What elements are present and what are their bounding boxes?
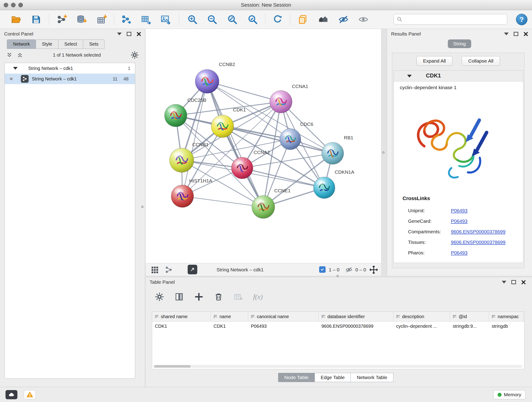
network-node-cdk1[interactable] bbox=[211, 115, 234, 138]
table-row[interactable]: CDK1CDK1P064939606.ENSP00000378699cyclin… bbox=[152, 322, 524, 331]
show-columns-icon[interactable] bbox=[174, 292, 184, 302]
table-horizontal-scrollbar[interactable] bbox=[153, 365, 522, 368]
network-share-button[interactable] bbox=[165, 266, 173, 275]
tab-sets[interactable]: Sets bbox=[83, 39, 104, 49]
panel-close-icon[interactable] bbox=[136, 32, 141, 36]
crosslink-link[interactable]: P06493 bbox=[451, 250, 467, 255]
refresh-view-button[interactable] bbox=[271, 13, 284, 26]
zoom-fit-button[interactable] bbox=[226, 13, 239, 26]
export-table-button[interactable] bbox=[139, 13, 152, 26]
help-button[interactable]: ? bbox=[516, 14, 527, 25]
network-view-canvas[interactable]: CCNB2CCNA1CDC25BCDK1CDC6RB1CCNB1CCNA2CDK… bbox=[146, 29, 381, 263]
column-header-@id[interactable]: @id bbox=[450, 312, 489, 321]
zoom-out-button[interactable] bbox=[206, 13, 219, 26]
memory-button[interactable]: Memory bbox=[493, 390, 526, 399]
export-network-button[interactable] bbox=[120, 13, 133, 26]
warnings-button[interactable] bbox=[24, 390, 36, 399]
panel-close-icon[interactable] bbox=[521, 280, 526, 284]
vertical-splitter-handle[interactable] bbox=[141, 206, 144, 208]
panel-float-icon[interactable] bbox=[127, 32, 131, 36]
scrollbar-thumb[interactable] bbox=[154, 365, 191, 368]
tab-select[interactable]: Select bbox=[58, 39, 83, 49]
network-node-ccne1[interactable] bbox=[252, 196, 275, 218]
expand-all-icon[interactable] bbox=[6, 51, 13, 58]
network-node-ccna2[interactable] bbox=[231, 157, 253, 179]
results-panel-title: Results Panel bbox=[391, 31, 421, 37]
column-header-name[interactable]: name bbox=[211, 312, 248, 321]
add-column-icon[interactable] bbox=[194, 292, 204, 302]
tab-network[interactable]: Network bbox=[7, 39, 36, 49]
birds-eye-view-button[interactable] bbox=[151, 266, 159, 275]
network-edge[interactable] bbox=[207, 81, 263, 207]
table-cell[interactable]: cyclin–dependent ... bbox=[393, 322, 450, 331]
crosslink-link[interactable]: P06493 bbox=[451, 218, 467, 224]
tab-node-table[interactable]: Node Table bbox=[278, 373, 315, 382]
zoom-selected-button[interactable] bbox=[246, 13, 259, 26]
column-header-canonical-name[interactable]: canonical name bbox=[248, 312, 319, 321]
export-image-button[interactable] bbox=[159, 13, 172, 26]
search-input[interactable] bbox=[405, 17, 504, 22]
network-collection-row[interactable]: String Network – cdk1 1 bbox=[5, 63, 135, 74]
gene-section-header[interactable]: CDK1 bbox=[394, 70, 523, 82]
collapse-all-icon[interactable] bbox=[17, 51, 23, 58]
collapse-all-button[interactable]: Collapse All bbox=[462, 56, 500, 66]
table-cell[interactable]: P06493 bbox=[248, 322, 319, 331]
detach-view-button[interactable] bbox=[188, 265, 197, 274]
show-all-button[interactable] bbox=[357, 13, 370, 26]
panel-close-icon[interactable] bbox=[523, 32, 528, 36]
import-network-from-file-button[interactable] bbox=[56, 13, 68, 26]
tab-network-table[interactable]: Network Table bbox=[351, 373, 393, 382]
import-network-from-database-button[interactable] bbox=[75, 13, 88, 26]
column-header-database-identifier[interactable]: database identifier bbox=[319, 312, 393, 321]
network-node-cdc6[interactable] bbox=[280, 128, 301, 150]
function-builder-button[interactable]: f(x) bbox=[253, 293, 263, 301]
gear-icon[interactable] bbox=[130, 51, 139, 59]
table-cell[interactable]: stringdb:9... bbox=[450, 322, 489, 331]
cloud-button[interactable] bbox=[6, 390, 17, 399]
panel-float-icon[interactable] bbox=[511, 280, 516, 284]
vertical-splitter-handle[interactable] bbox=[382, 151, 385, 154]
network-graph[interactable]: CCNB2CCNA1CDC25BCDK1CDC6RB1CCNB1CCNA2CDK… bbox=[146, 29, 381, 263]
network-node-cdc25b[interactable] bbox=[165, 104, 187, 127]
network-node-ccna1[interactable] bbox=[270, 90, 292, 113]
crosslink-link[interactable]: 9606.ENSP00000378699 bbox=[451, 229, 505, 235]
tab-edge-table[interactable]: Edge Table bbox=[315, 373, 351, 382]
copy-button[interactable] bbox=[297, 13, 309, 26]
hide-selected-button[interactable] bbox=[337, 13, 350, 26]
horizontal-splitter-handle[interactable] bbox=[336, 275, 339, 277]
network-node-rb1[interactable] bbox=[322, 142, 344, 164]
tab-string[interactable]: String bbox=[448, 39, 471, 48]
panel-collapse-icon[interactable] bbox=[117, 32, 122, 35]
panel-collapse-icon[interactable] bbox=[502, 281, 506, 283]
crosslink-link[interactable]: 9606.ENSP00000378699 bbox=[451, 240, 505, 245]
import-table-from-file-button[interactable] bbox=[95, 13, 108, 26]
column-header-namespac[interactable]: namespac bbox=[489, 312, 523, 321]
selected-checkbox-icon[interactable] bbox=[319, 266, 326, 273]
column-header-description[interactable]: description bbox=[393, 312, 450, 321]
table-cell[interactable]: stringdb bbox=[489, 322, 523, 331]
save-session-button[interactable] bbox=[30, 13, 43, 26]
tree-expand-icon[interactable] bbox=[13, 67, 18, 70]
home-button[interactable] bbox=[317, 13, 330, 26]
network-node-cdkn1a[interactable] bbox=[313, 177, 335, 198]
expand-all-button[interactable]: Expand All bbox=[417, 56, 452, 66]
pan-mode-button[interactable] bbox=[369, 265, 378, 275]
network-node-hist1h1a[interactable] bbox=[171, 185, 194, 207]
network-edge[interactable] bbox=[182, 196, 263, 207]
section-expand-icon[interactable] bbox=[407, 75, 412, 77]
table-cell[interactable]: 9606.ENSP00000378699 bbox=[319, 322, 393, 331]
open-session-button[interactable] bbox=[10, 13, 22, 26]
network-row-selected[interactable]: String Network – cdk1 11 48 bbox=[5, 74, 135, 84]
table-cell[interactable]: CDK1 bbox=[152, 322, 211, 331]
tab-style[interactable]: Style bbox=[36, 39, 58, 49]
network-node-ccnb2[interactable] bbox=[195, 70, 219, 93]
delete-column-trash-icon[interactable] bbox=[214, 292, 223, 302]
zoom-in-button[interactable] bbox=[186, 13, 199, 26]
crosslink-link[interactable]: P06493 bbox=[451, 208, 467, 213]
table-settings-gear-icon[interactable] bbox=[155, 292, 164, 302]
network-node-ccnb1[interactable] bbox=[170, 148, 194, 172]
table-cell[interactable]: CDK1 bbox=[211, 322, 248, 331]
column-header-shared-name[interactable]: shared name bbox=[152, 312, 211, 321]
panel-collapse-icon[interactable] bbox=[504, 32, 509, 35]
panel-float-icon[interactable] bbox=[514, 32, 518, 36]
